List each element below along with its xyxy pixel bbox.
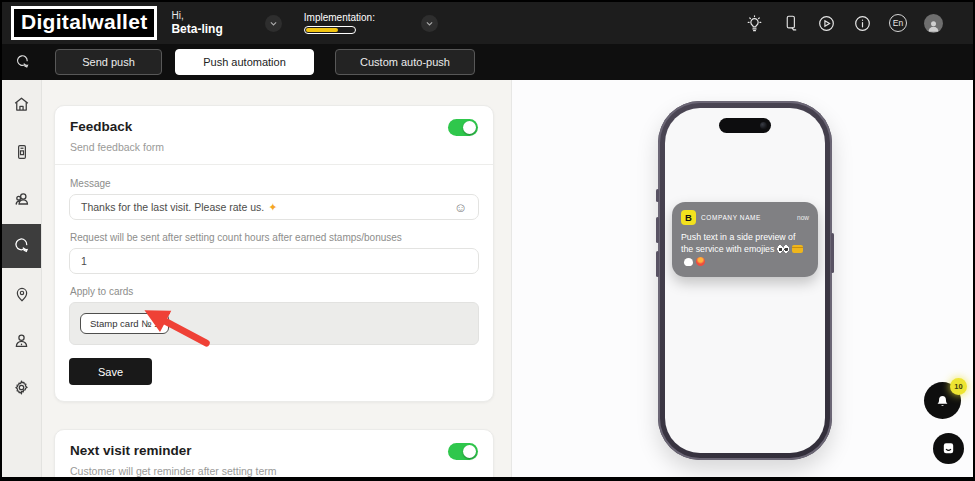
reminder-subtitle: Customer will get reminder after setting… [55, 460, 493, 477]
company-logo-icon: B [681, 210, 696, 225]
card-emoji [792, 245, 803, 253]
hours-input[interactable] [69, 248, 479, 274]
reminder-toggle[interactable] [448, 443, 478, 460]
implementation-progress-fill [306, 28, 339, 32]
implementation-label: Implementation: [304, 12, 375, 23]
eyes-emoji [777, 245, 789, 253]
header-icons: En [745, 14, 943, 33]
sidebar-item-locations[interactable] [2, 270, 41, 317]
push-toolbar: Send push Push automation Custom auto-pu… [2, 44, 973, 80]
greeting-name: Beta-ling [171, 22, 222, 36]
tab-custom-auto-push[interactable]: Custom auto-push [335, 49, 475, 75]
location-pin-icon [13, 285, 31, 303]
push-section-icon-wrap [2, 54, 42, 71]
sidebar-item-managers[interactable] [2, 317, 41, 364]
message-label: Message [70, 178, 478, 189]
push-notification-preview: B COMPANY NAME now Push text in a side p… [672, 202, 818, 277]
sidebar-item-cards[interactable] [2, 128, 41, 175]
manager-icon [12, 331, 31, 350]
app-logo: Digitalwallet [11, 6, 157, 39]
app-window: Digitalwallet Hi, Beta-ling Implementati… [0, 0, 975, 481]
greeting: Hi, Beta-ling [171, 10, 222, 36]
apply-to-cards-label: Apply to cards [70, 286, 478, 297]
chevron-down-icon [425, 19, 434, 28]
sidebar-item-home[interactable] [2, 81, 41, 128]
phone-volume-up-button [656, 217, 659, 243]
main-content: Feedback Send feedback form Message Than… [42, 80, 511, 477]
preview-panel: B COMPANY NAME now Push text in a side p… [511, 80, 973, 477]
feedback-card: Feedback Send feedback form Message Than… [54, 105, 494, 402]
notification-text: Push text in a side preview of the servi… [681, 231, 809, 268]
feedback-toggle[interactable] [448, 119, 478, 136]
cards-multiselect[interactable]: Stamp card № 1 [69, 302, 479, 345]
chat-widget-icon [941, 441, 956, 456]
phone-volume-down-button [656, 251, 659, 277]
phone-mockup: B COMPANY NAME now Push text in a side p… [658, 101, 832, 460]
home-icon [12, 95, 31, 114]
mobile-device-icon [782, 14, 800, 32]
reminder-title: Next visit reminder [70, 443, 192, 458]
account-dropdown-button[interactable] [265, 15, 282, 32]
sidebar [2, 80, 42, 477]
sparkle-emoji: ✦ [268, 201, 277, 214]
implementation-progress-bar [304, 26, 356, 34]
chat-bubbles-icon [12, 237, 31, 256]
notification-time: now [797, 214, 809, 221]
lightbulb-icon [745, 14, 764, 33]
info-circle-icon [853, 14, 872, 33]
phone-screen: B COMPANY NAME now Push text in a side p… [665, 108, 825, 453]
support-chat-button[interactable] [933, 433, 964, 464]
greeting-hi: Hi, [171, 10, 222, 22]
phone-power-button [831, 233, 834, 273]
message-value: Thanks for the last visit. Please rate u… [81, 201, 264, 213]
card-terminal-icon [13, 143, 31, 161]
tab-push-automation[interactable]: Push automation [175, 49, 314, 75]
emoji-picker-icon[interactable]: ☺ [454, 201, 467, 214]
top-header: Digitalwallet Hi, Beta-ling Implementati… [2, 2, 973, 44]
sidebar-item-customers[interactable] [2, 175, 41, 222]
chevron-down-icon [269, 19, 278, 28]
play-circle-icon [817, 14, 836, 33]
bell-icon [934, 392, 951, 409]
tips-button[interactable] [745, 14, 764, 33]
gear-icon [12, 378, 31, 397]
language-button[interactable]: En [889, 14, 907, 32]
feedback-title: Feedback [70, 119, 132, 134]
bell-badge: 10 [950, 378, 967, 395]
implementation-block: Implementation: [304, 12, 375, 34]
company-name: COMPANY NAME [701, 214, 761, 221]
notifications-bell-button[interactable]: 10 [924, 382, 961, 419]
message-field[interactable]: Thanks for the last visit. Please rate u… [69, 194, 479, 220]
info-button[interactable] [853, 14, 872, 33]
customers-icon [12, 189, 32, 209]
chat-bubbles-icon [14, 54, 31, 71]
sidebar-item-settings[interactable] [2, 364, 41, 411]
person-icon [926, 18, 941, 33]
heart-eyes-emoji [696, 257, 705, 266]
profile-avatar[interactable] [924, 14, 943, 33]
phone-mute-button [656, 189, 659, 202]
feedback-subtitle: Send feedback form [55, 136, 493, 164]
demo-device-button[interactable] [781, 14, 800, 33]
dynamic-island [719, 118, 771, 133]
tab-send-push[interactable]: Send push [55, 49, 162, 75]
save-button[interactable]: Save [69, 358, 152, 385]
language-label: En [893, 18, 903, 28]
video-tutorial-button[interactable] [817, 14, 836, 33]
speech-emoji [684, 258, 693, 266]
implementation-dropdown-button[interactable] [421, 15, 438, 32]
sidebar-item-push-chat[interactable] [2, 224, 41, 268]
next-visit-reminder-card: Next visit reminder Customer will get re… [54, 429, 494, 477]
hours-label: Request will be sent after setting count… [70, 232, 478, 243]
card-chip[interactable]: Stamp card № 1 [80, 313, 169, 334]
